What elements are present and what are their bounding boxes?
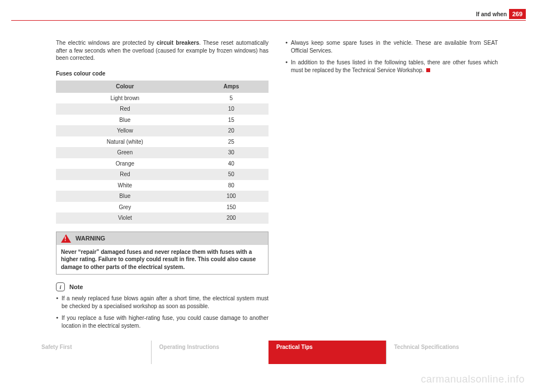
note-label: Note: [69, 283, 83, 291]
content-area: The electric windows are protected by ci…: [56, 39, 503, 334]
table-row: Natural (white)25: [56, 136, 268, 148]
right-column: Always keep some spare fuses in the vehi…: [285, 39, 498, 334]
table-row: Red50: [56, 169, 268, 180]
cell-colour: Red: [56, 103, 194, 115]
left-column: The electric windows are protected by ci…: [56, 39, 268, 334]
table-row: Grey150: [56, 202, 268, 213]
end-of-section-icon: [426, 68, 430, 72]
warning-box: WARNING Never “repair” damaged fuses and…: [56, 232, 268, 275]
page-number: 269: [509, 9, 526, 19]
cell-colour: Grey: [56, 202, 194, 213]
col-colour: Colour: [56, 81, 194, 93]
table-row: White80: [56, 180, 268, 191]
cell-amps: 10: [194, 103, 268, 115]
intro-prefix: The electric windows are protected by: [56, 40, 157, 46]
cell-colour: Red: [56, 169, 194, 180]
table-row: Green30: [56, 147, 268, 158]
table-row: Violet200: [56, 212, 268, 224]
note-header: i Note: [56, 282, 268, 291]
cell-colour: Blue: [56, 115, 194, 126]
table-row: Red10: [56, 103, 268, 115]
table-title: Fuses colour code: [56, 70, 268, 78]
cell-colour: Violet: [56, 212, 194, 224]
intro-bold: circuit breakers: [157, 40, 199, 46]
cell-amps: 150: [194, 202, 268, 213]
warning-header: WARNING: [56, 232, 268, 245]
warning-body: Never “repair” damaged fuses and never r…: [56, 245, 268, 275]
cell-colour: Natural (white): [56, 136, 194, 148]
cell-colour: White: [56, 180, 194, 191]
list-item: Always keep some spare fuses in the vehi…: [285, 39, 498, 54]
col-amps: Amps: [194, 81, 268, 93]
warning-triangle-icon: [61, 234, 71, 243]
table-row: Light brown5: [56, 93, 268, 104]
cell-colour: Light brown: [56, 93, 194, 104]
tab-safety-first[interactable]: Safety First: [34, 341, 151, 364]
intro-paragraph: The electric windows are protected by ci…: [56, 39, 268, 62]
footer-tabs: Safety First Operating Instructions Prac…: [34, 341, 503, 364]
list-item: In addition to the fuses listed in the f…: [285, 59, 498, 74]
info-icon: i: [56, 282, 65, 291]
cell-amps: 50: [194, 169, 268, 180]
cell-colour: Blue: [56, 191, 194, 202]
tab-practical-tips[interactable]: Practical Tips: [268, 341, 386, 364]
cell-amps: 5: [194, 93, 268, 104]
cell-colour: Yellow: [56, 125, 194, 136]
list-item: If you replace a fuse with higher-rating…: [56, 314, 268, 329]
warning-label: WARNING: [76, 234, 105, 243]
tab-operating-instructions[interactable]: Operating Instructions: [151, 341, 269, 364]
cell-colour: Green: [56, 147, 194, 158]
list-item: If a newly replaced fuse blows again aft…: [56, 295, 268, 310]
cell-amps: 100: [194, 191, 268, 202]
cell-amps: 15: [194, 115, 268, 126]
tab-technical-specifications[interactable]: Technical Specifications: [386, 341, 504, 364]
cell-amps: 25: [194, 136, 268, 148]
page-header: If and when 269: [0, 0, 537, 21]
cell-colour: Orange: [56, 158, 194, 169]
cell-amps: 200: [194, 212, 268, 224]
table-row: Orange40: [56, 158, 268, 169]
cell-amps: 20: [194, 125, 268, 136]
table-row: Blue15: [56, 115, 268, 126]
table-header-row: Colour Amps: [56, 81, 268, 93]
header-rule: [11, 20, 526, 21]
table-row: Yellow20: [56, 125, 268, 136]
fuse-colour-table: Colour Amps Light brown5Red10Blue15Yello…: [56, 81, 268, 224]
cell-amps: 30: [194, 147, 268, 158]
cell-amps: 80: [194, 180, 268, 191]
section-title: If and when: [476, 11, 507, 17]
cell-amps: 40: [194, 158, 268, 169]
table-row: Blue100: [56, 191, 268, 202]
watermark-text: carmanualsonline.info: [421, 374, 525, 385]
